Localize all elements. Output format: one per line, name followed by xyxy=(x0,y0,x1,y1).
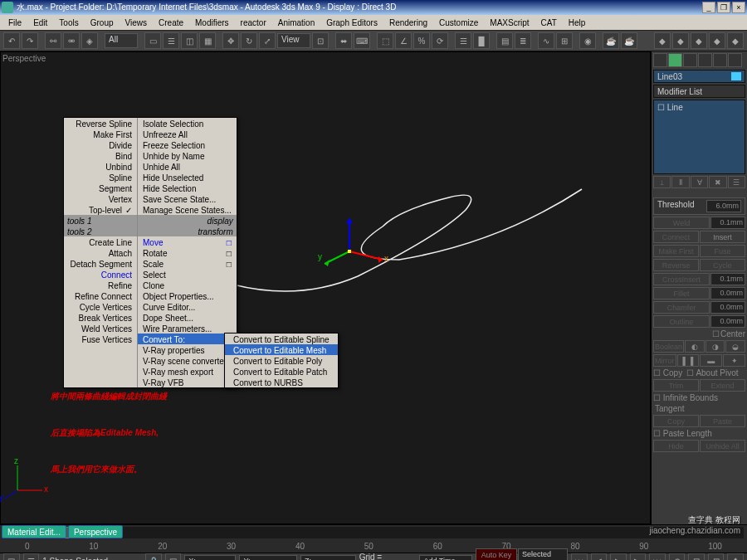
ctx-connect[interactable]: Connect xyxy=(64,269,137,280)
move-button[interactable]: ✥ xyxy=(222,32,239,49)
angle-snap-button[interactable]: ∠ xyxy=(395,32,412,49)
outline-spinner[interactable]: 0.0mm xyxy=(710,315,745,328)
goto-end-button[interactable]: ⏭ xyxy=(649,553,666,561)
curve-editor-button[interactable]: ∿ xyxy=(538,32,554,49)
mirror-h-icon[interactable]: ▌▐ xyxy=(677,354,700,367)
x-coord-field[interactable]: X: 78.132mm xyxy=(184,555,236,561)
redo-button[interactable]: ↷ xyxy=(22,32,38,49)
rotate-button[interactable]: ↻ xyxy=(241,32,257,49)
mirror-both-icon[interactable]: ✦ xyxy=(723,354,745,367)
ctx-fuse-vertices[interactable]: Fuse Vertices xyxy=(64,334,137,344)
unhide-all-button[interactable]: Unhide All xyxy=(700,440,745,452)
unlink-button[interactable]: ⚮ xyxy=(63,32,80,49)
ctx-unhide-all[interactable]: Unhide All xyxy=(138,161,237,172)
bool-sub-icon[interactable]: ◑ xyxy=(706,340,725,353)
ctx-refine[interactable]: Refine xyxy=(64,280,137,290)
ctx-create-line[interactable]: Create Line xyxy=(64,236,137,247)
maximize-button[interactable]: ❐ xyxy=(717,2,730,13)
ctx-freeze-sel[interactable]: Freeze Selection xyxy=(138,139,237,150)
modifier-list-dropdown[interactable]: Modifier List xyxy=(653,85,745,98)
lock-selection-button[interactable]: 🔒 xyxy=(145,553,162,561)
ctx-unbind[interactable]: Unbind xyxy=(64,161,137,172)
nav-btn1[interactable]: ⊕ xyxy=(669,553,686,561)
ctx-unhide-name[interactable]: Unhide by Name xyxy=(138,150,237,161)
copy-checkbox[interactable]: Copy xyxy=(663,368,682,377)
snap-button[interactable]: ⬚ xyxy=(377,32,393,49)
ctx-scale[interactable]: Scale□ xyxy=(138,258,237,269)
weld-spinner[interactable]: 0.1mm xyxy=(710,217,745,229)
paste-length-checkbox[interactable]: Paste Length xyxy=(663,429,712,438)
tab-hierarchy[interactable] xyxy=(683,53,697,67)
center-checkbox[interactable]: Center xyxy=(720,329,745,338)
ctx-bind[interactable]: Bind xyxy=(64,150,137,161)
menu-help[interactable]: Help xyxy=(564,17,591,28)
reactor-btn5[interactable]: ◆ xyxy=(727,32,744,49)
unique-button[interactable]: ∀ xyxy=(691,176,708,188)
reactor-btn1[interactable]: ◆ xyxy=(654,32,671,49)
ctx-break-vertices[interactable]: Break Vertices xyxy=(64,312,137,323)
extend-button[interactable]: Extend xyxy=(700,379,745,392)
chamfer-button[interactable]: Chamfer xyxy=(653,301,710,314)
close-button[interactable]: × xyxy=(732,2,745,13)
chamfer-spinner[interactable]: 0.0mm xyxy=(710,301,745,314)
ctx-save-state[interactable]: Save Scene State... xyxy=(138,193,237,204)
menu-edit[interactable]: Edit xyxy=(28,17,52,28)
mirror-button[interactable]: Mirror xyxy=(653,354,676,367)
menu-rendering[interactable]: Rendering xyxy=(384,17,432,28)
tab-motion[interactable] xyxy=(698,53,712,67)
connect-button[interactable]: Connect xyxy=(653,231,699,243)
sub-editable-poly[interactable]: Convert to Editable Poly xyxy=(225,355,338,366)
menu-file[interactable]: File xyxy=(3,17,27,28)
ctx-convert-to[interactable]: Convert To: xyxy=(138,334,237,344)
menu-group[interactable]: Group xyxy=(85,17,119,28)
undo-button[interactable]: ↶ xyxy=(3,32,20,49)
menu-cat[interactable]: CAT xyxy=(536,17,562,28)
stack-item-line[interactable]: ☐ Line xyxy=(656,102,743,113)
material-button[interactable]: ◉ xyxy=(579,32,596,49)
ctx-unfreeze-all[interactable]: Unfreeze All xyxy=(138,129,237,139)
floater-material[interactable]: Material Edit... xyxy=(2,525,66,538)
reactor-btn3[interactable]: ◆ xyxy=(691,32,707,49)
transform-gizmo[interactable]: x y xyxy=(333,218,399,285)
tab-modify[interactable] xyxy=(668,53,682,67)
ctx-spline[interactable]: Spline xyxy=(64,172,137,183)
manip-button[interactable]: ⬌ xyxy=(335,32,352,49)
ctx-refine-connect[interactable]: Refine Connect xyxy=(64,290,137,301)
insert-button[interactable]: Insert xyxy=(700,231,745,243)
ctx-clone[interactable]: Clone xyxy=(138,280,237,290)
fillet-button[interactable]: Fillet xyxy=(653,287,710,299)
crossinsert-button[interactable]: CrossInsert xyxy=(653,273,710,285)
config-button[interactable]: ☰ xyxy=(728,176,745,188)
mirror-button[interactable]: ▐▌ xyxy=(473,32,490,49)
nav-btn3[interactable]: ⊞ xyxy=(708,553,725,561)
threshold-spinner[interactable]: 6.0mm xyxy=(706,200,741,212)
ctx-cycle-vertices[interactable]: Cycle Vertices xyxy=(64,301,137,312)
ctx-vray-props[interactable]: V-Ray properties xyxy=(138,344,237,355)
ctx-weld-vertices[interactable]: Weld Vertices xyxy=(64,323,137,334)
show-end-button[interactable]: Ⅱ xyxy=(671,176,689,188)
schematic-button[interactable]: ⊞ xyxy=(556,32,573,49)
cycle-button[interactable]: Cycle xyxy=(700,259,745,271)
abs-rel-button[interactable]: ▣ xyxy=(165,553,182,561)
tan-copy-button[interactable]: Copy xyxy=(653,415,699,427)
menu-reactor[interactable]: reactor xyxy=(236,17,271,28)
ctx-segment[interactable]: Segment xyxy=(64,183,137,193)
select-button[interactable]: ▭ xyxy=(144,32,161,49)
crossinsert-spinner[interactable]: 0.1mm xyxy=(710,273,745,285)
menu-animation[interactable]: Animation xyxy=(273,17,320,28)
ctx-vray-scene[interactable]: V-Ray scene converter xyxy=(138,355,237,366)
y-coord-field[interactable]: Y: -1596.93mm xyxy=(239,555,297,561)
ctx-isolate[interactable]: Isolate Selection xyxy=(138,118,237,129)
menu-modifiers[interactable]: Modifiers xyxy=(190,17,234,28)
mirror-v-icon[interactable]: ▬ xyxy=(700,354,722,367)
tan-paste-button[interactable]: Paste xyxy=(700,415,745,427)
ctx-curve-editor[interactable]: Curve Editor... xyxy=(138,301,237,312)
bool-union-icon[interactable]: ◐ xyxy=(685,340,705,353)
add-time-tag[interactable]: Add Time Tag xyxy=(419,555,472,561)
scale-button[interactable]: ⤢ xyxy=(259,32,276,49)
ref-coord-dropdown[interactable]: View xyxy=(277,33,310,48)
goto-start-button[interactable]: ⏮ xyxy=(571,553,588,561)
modifier-stack[interactable]: ☐ Line xyxy=(653,100,745,174)
sub-editable-patch[interactable]: Convert to Editable Patch xyxy=(225,366,338,377)
sub-nurbs[interactable]: Convert to NURBS xyxy=(225,377,338,387)
